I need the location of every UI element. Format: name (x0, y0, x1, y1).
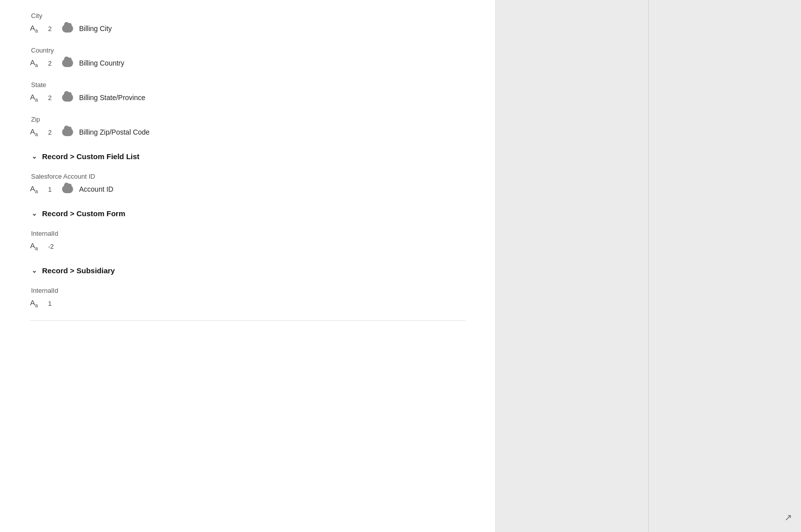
salesforce-account-id-field-group: Salesforce Account ID Aa 1 Account ID (30, 166, 465, 196)
custom-form-chevron-icon: ⌄ (30, 210, 38, 218)
subsidiary-internal-id-field-row: Aa 1 (30, 296, 465, 310)
custom-form-internal-id-field-row: Aa -2 (30, 239, 465, 253)
state-field-row: Aa 2 Billing State/Province (30, 91, 465, 105)
country-field-name: Billing Country (79, 59, 124, 67)
custom-form-type-icon: Aa (30, 241, 44, 251)
custom-form-section-header[interactable]: ⌄ Record > Custom Form (30, 200, 465, 223)
city-field-row: Aa 2 Billing City (30, 22, 465, 36)
state-number: 2 (48, 94, 56, 102)
subsidiary-internal-id-field-group: InternalId Aa 1 (30, 280, 465, 310)
salesforce-account-id-label: Salesforce Account ID (31, 166, 465, 180)
account-id-field-name: Account ID (79, 185, 113, 193)
country-label: Country (31, 40, 465, 54)
account-id-salesforce-cloud-icon (62, 185, 73, 193)
salesforce-account-id-field-row: Aa 1 Account ID (30, 182, 465, 196)
zip-number: 2 (48, 129, 56, 136)
right-panel: ↗ (496, 0, 801, 532)
subsidiary-type-icon: Aa (30, 298, 44, 308)
country-salesforce-cloud-icon (62, 59, 73, 67)
state-type-icon: Aa (30, 93, 44, 103)
city-number: 2 (48, 25, 56, 33)
zip-field-row: Aa 2 Billing Zip/Postal Code (30, 125, 465, 139)
country-type-icon: Aa (30, 58, 44, 68)
subsidiary-header-label: Record > Subsidiary (42, 266, 115, 275)
custom-form-header-label: Record > Custom Form (42, 209, 125, 218)
country-number: 2 (48, 60, 56, 67)
custom-form-internal-id-field-group: InternalId Aa -2 (30, 223, 465, 253)
account-id-number: 1 (48, 186, 56, 193)
state-salesforce-cloud-icon (62, 94, 73, 102)
expand-icon[interactable]: ↗ (784, 512, 792, 523)
state-label: State (31, 74, 465, 89)
custom-form-number: -2 (48, 243, 56, 250)
country-field-row: Aa 2 Billing Country (30, 56, 465, 70)
city-type-icon: Aa (30, 24, 44, 34)
custom-field-list-section-header[interactable]: ⌄ Record > Custom Field List (30, 143, 465, 166)
subsidiary-number: 1 (48, 300, 56, 307)
zip-type-icon: Aa (30, 127, 44, 137)
custom-field-list-header-label: Record > Custom Field List (42, 152, 140, 161)
city-label: City (31, 5, 465, 20)
zip-field-group: Zip Aa 2 Billing Zip/Postal Code (30, 109, 465, 139)
zip-salesforce-cloud-icon (62, 128, 73, 136)
subsidiary-chevron-icon: ⌄ (30, 267, 38, 275)
main-panel: City Aa 2 Billing City Country Aa 2 Bill… (0, 0, 496, 532)
vertical-divider (648, 0, 649, 532)
country-field-group: Country Aa 2 Billing Country (30, 40, 465, 70)
city-field-group: City Aa 2 Billing City (30, 5, 465, 36)
state-field-group: State Aa 2 Billing State/Province (30, 74, 465, 105)
city-field-name: Billing City (79, 25, 112, 33)
subsidiary-section-header[interactable]: ⌄ Record > Subsidiary (30, 257, 465, 280)
zip-field-name: Billing Zip/Postal Code (79, 128, 150, 136)
account-id-type-icon: Aa (30, 184, 44, 194)
subsidiary-internal-id-label: InternalId (31, 280, 465, 294)
custom-field-list-chevron-icon: ⌄ (30, 153, 38, 161)
custom-form-internal-id-label: InternalId (31, 223, 465, 237)
state-field-name: Billing State/Province (79, 94, 145, 102)
bottom-divider (30, 320, 465, 321)
zip-label: Zip (31, 109, 465, 123)
city-salesforce-cloud-icon (62, 25, 73, 33)
